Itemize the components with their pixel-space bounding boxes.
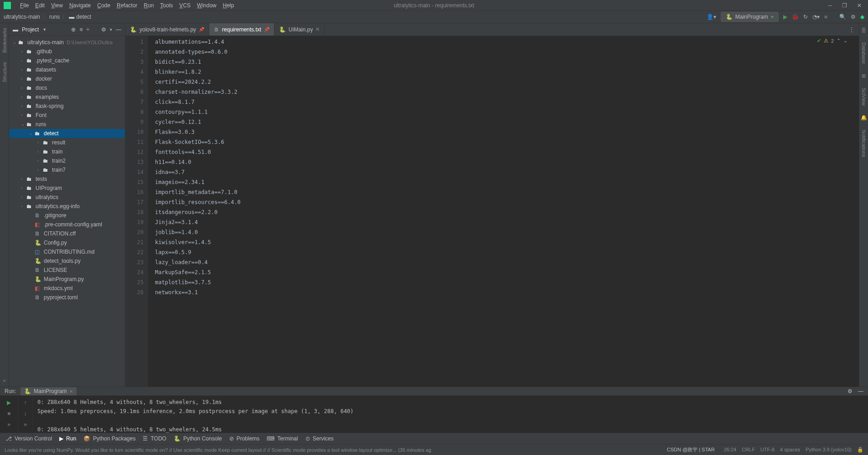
gear-icon[interactable]: ⚙ — [847, 388, 852, 394]
breadcrumb-item[interactable]: ultralytics-main — [4, 14, 40, 20]
tree-item-datasets[interactable]: ›🖿datasets — [9, 65, 125, 74]
hide-icon[interactable]: — — [858, 388, 863, 394]
code-line[interactable]: lapx==0.5.9 — [155, 247, 859, 257]
code-line[interactable]: bidict==0.23.1 — [155, 57, 859, 67]
profiler-icon[interactable]: ◔▾ — [812, 14, 820, 20]
code-line[interactable]: Flask-SocketIO==5.3.6 — [155, 137, 859, 147]
breadcrumb-item[interactable]: detect — [76, 14, 91, 20]
code-line[interactable]: idna==3.7 — [155, 167, 859, 177]
tool-services[interactable]: ⊙Services — [305, 435, 334, 442]
code-line[interactable]: importlib_metadata==7.1.0 — [155, 187, 859, 197]
code-line[interactable]: itsdangerous==2.2.0 — [155, 207, 859, 217]
status-item[interactable]: 26:24 — [724, 447, 737, 453]
status-item[interactable]: 4 spaces — [780, 447, 800, 453]
down-icon[interactable]: ↓ — [24, 410, 27, 417]
code-line[interactable]: Flask==3.0.3 — [155, 127, 859, 137]
tree-item-CITATION-cff[interactable]: 🗎CITATION.cff — [9, 229, 125, 238]
right-tool-rail[interactable]: 🗄 Database ⊞ SciView 🔔 Notifications — [859, 23, 868, 387]
editor[interactable]: 1234567891011121314151617181920212223242… — [125, 36, 859, 387]
code-line[interactable]: importlib_resources==6.4.0 — [155, 197, 859, 207]
tree-item-ultralytics-egg-info[interactable]: ›🖿ultralytics.egg-info — [9, 202, 125, 211]
tree-item-tests[interactable]: ›🖿tests — [9, 174, 125, 184]
tool-version-control[interactable]: ⎇Version Control — [5, 435, 52, 442]
gear-icon[interactable]: ⚙ — [101, 26, 106, 33]
menu-file[interactable]: File — [17, 1, 31, 10]
project-panel-title[interactable]: Project — [22, 26, 39, 33]
tree-item-LICENSE[interactable]: 🗎LICENSE — [9, 266, 125, 275]
menu-refactor[interactable]: Refactor — [114, 1, 140, 10]
minimize-icon[interactable]: ─ — [828, 2, 832, 9]
database-tool[interactable]: Database — [861, 42, 867, 64]
tree-item-Config-py[interactable]: 🐍Config.py — [9, 238, 125, 247]
tool-terminal[interactable]: ⌨Terminal — [267, 435, 298, 442]
lock-icon[interactable]: 🔒 — [857, 447, 863, 453]
code-line[interactable]: h11==0.14.0 — [155, 157, 859, 167]
tree-item-ultralytics[interactable]: ›🖿ultralytics — [9, 193, 125, 202]
tree-item-result[interactable]: ›🖿result — [9, 138, 125, 147]
expand-all-icon[interactable]: ≡ — [79, 26, 83, 33]
tab-UiMain-py[interactable]: 🐍UiMain.py✕ — [274, 23, 325, 36]
tab-more-icon[interactable]: ⋮ — [844, 26, 859, 33]
tree-item-Font[interactable]: ›🖿Font — [9, 111, 125, 120]
tool-problems[interactable]: ⊘Problems — [229, 435, 260, 442]
more-icon[interactable]: » — [24, 421, 27, 428]
tree-item-UIProgram[interactable]: ›🖿UIProgram — [9, 184, 125, 193]
locate-icon[interactable]: ⊕ — [71, 26, 76, 33]
tree-item-flask-spring[interactable]: ›🖿flask-spring — [9, 102, 125, 111]
menu-view[interactable]: View — [48, 1, 66, 10]
code-line[interactable]: fonttools==4.51.0 — [155, 147, 859, 157]
tree-item--pytest_cache[interactable]: ›🖿.pytest_cache — [9, 56, 125, 65]
code-line[interactable]: joblib==1.4.0 — [155, 227, 859, 237]
gear-icon[interactable]: ⚙ — [851, 14, 856, 20]
tree-item-examples[interactable]: ›🖿examples — [9, 92, 125, 102]
collapse-all-icon[interactable]: ÷ — [86, 26, 89, 33]
tree-item-detect_tools-py[interactable]: 🐍detect_tools.py — [9, 256, 125, 266]
rerun-icon[interactable]: ▶ — [7, 399, 11, 406]
code-line[interactable]: MarkupSafe==2.1.5 — [155, 267, 859, 277]
play-colored-icon[interactable]: ◆ — [860, 14, 864, 20]
breadcrumb[interactable]: ultralytics-main 〉 runs 〉 ▬ detect — [4, 13, 91, 21]
bookmarks-tool[interactable]: Bookmarks — [2, 28, 7, 53]
tree-item-train[interactable]: ›🖿train — [9, 147, 125, 156]
tree-item-train7[interactable]: ›🖿train7 — [9, 165, 125, 174]
code-line[interactable]: click==8.1.7 — [155, 97, 859, 107]
tree-item-ultralytics-main[interactable]: ⌄🖿ultralytics-mainD:\Users\YOLO\ultra — [9, 38, 125, 47]
status-item[interactable]: CRLF — [742, 447, 755, 453]
close-icon[interactable]: ✕ — [69, 389, 73, 394]
menu-code[interactable]: Code — [94, 1, 113, 10]
tree-item-docker[interactable]: ›🖿docker — [9, 74, 125, 83]
menu-run[interactable]: Run — [141, 1, 156, 10]
run-output[interactable]: 0: Z88x640 8 Helmets, 4 withouts, 8 two_… — [33, 396, 868, 436]
code-line[interactable]: lazy_loader==0.4 — [155, 257, 859, 267]
status-item[interactable]: UTF-8 — [760, 447, 775, 453]
stop-icon[interactable]: ■ — [824, 14, 827, 20]
project-tree[interactable]: ⌄🖿ultralytics-mainD:\Users\YOLO\ultra›🖿.… — [9, 36, 125, 387]
maximize-icon[interactable]: ❐ — [842, 2, 847, 9]
code-line[interactable]: cycler==0.12.1 — [155, 117, 859, 127]
tool-todo[interactable]: ☰TODO — [143, 435, 166, 442]
hide-icon[interactable]: — — [116, 26, 121, 33]
code-line[interactable]: certifi==2024.2.2 — [155, 77, 859, 87]
tool-python-packages[interactable]: 📦Python Packages — [83, 435, 135, 442]
tree-item-pyproject-toml[interactable]: 🗎pyproject.toml — [9, 293, 125, 302]
database-icon[interactable]: 🗄 — [861, 28, 866, 33]
menu-edit[interactable]: Edit — [32, 1, 47, 10]
code-line[interactable]: albumentations==1.4.4 — [155, 37, 859, 47]
tree-item-docs[interactable]: ›🖿docs — [9, 83, 125, 92]
search-icon[interactable]: 🔍 — [839, 14, 846, 20]
bell-icon[interactable]: 🔔 — [861, 115, 867, 121]
up-icon[interactable]: ↑ — [24, 399, 27, 406]
tree-item--pre-commit-config-yaml[interactable]: ◧.pre-commit-config.yaml — [9, 220, 125, 229]
tree-item-detect[interactable]: ⌄🖿detect — [9, 129, 125, 138]
code-line[interactable]: charset-normalizer==3.3.2 — [155, 87, 859, 97]
code-line[interactable]: matplotlib==3.7.5 — [155, 277, 859, 287]
chevron-down-icon[interactable]: ▼ — [42, 27, 46, 32]
menu-vcs[interactable]: VCS — [176, 1, 193, 10]
editor-inspection-widget[interactable]: ✔ ⚠ 2 ⌃ ⌄ — [817, 38, 847, 44]
sciview-icon[interactable]: ⊞ — [862, 73, 866, 79]
code-line[interactable]: contourpy==1.1.1 — [155, 107, 859, 117]
chevron-up-icon[interactable]: ⌃ — [837, 38, 841, 44]
tree-item-MainProgram-py[interactable]: 🐍MainProgram.py — [9, 275, 125, 284]
tree-item--github[interactable]: ›🖿.github — [9, 47, 125, 56]
chevron-down-icon[interactable]: ⌄ — [843, 38, 847, 44]
